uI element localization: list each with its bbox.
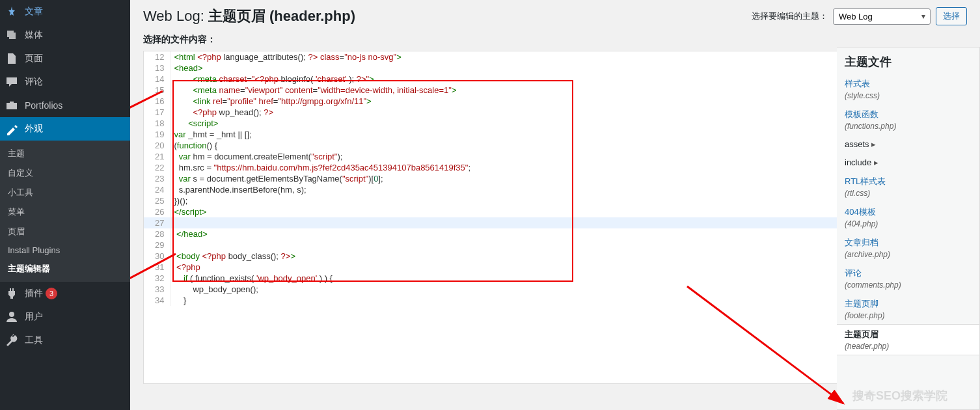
submenu-item[interactable]: Install Plugins xyxy=(0,241,130,259)
file-link[interactable]: RTL样式表 xyxy=(845,176,886,186)
file-sub: (comments.php) xyxy=(845,280,972,290)
svg-point-0 xyxy=(9,312,14,317)
file-sub: (rtl.css) xyxy=(845,189,972,198)
submenu-item[interactable]: 页眉 xyxy=(0,222,130,241)
menu-item-tool[interactable]: 工具 xyxy=(0,329,130,352)
submenu-item[interactable]: 小工具 xyxy=(0,183,130,202)
line-number: 26 xyxy=(144,206,170,217)
file-item[interactable]: 文章归档(archive.php) xyxy=(837,232,979,263)
file-link[interactable]: 模板函数 xyxy=(845,109,878,119)
plugin-icon xyxy=(5,287,18,300)
line-number: 30 xyxy=(144,251,170,262)
line-number: 25 xyxy=(144,195,170,206)
file-sub: (404.php) xyxy=(845,219,972,228)
submenu-item[interactable]: 菜单 xyxy=(0,202,130,222)
menu-label: 用户 xyxy=(25,311,43,323)
file-item[interactable]: 模板函数(functions.php) xyxy=(837,104,979,135)
media-icon xyxy=(5,29,18,42)
page-icon xyxy=(5,52,18,65)
menu-item-user[interactable]: 用户 xyxy=(0,305,130,329)
line-number: 29 xyxy=(144,239,170,251)
line-number: 12 xyxy=(144,51,170,62)
comment-icon xyxy=(5,75,18,89)
pin-icon xyxy=(5,5,18,18)
menu-item-portfolio[interactable]: Portfolios xyxy=(0,94,130,117)
line-number: 24 xyxy=(144,184,170,195)
file-sub: (style.css) xyxy=(845,91,972,100)
menu-item-appearance[interactable]: 外观 xyxy=(0,117,130,141)
file-link[interactable]: 404模板 xyxy=(845,207,876,217)
user-icon xyxy=(5,310,18,323)
menu-label: 评论 xyxy=(25,76,43,88)
select-theme-button[interactable]: 选择 xyxy=(936,7,967,25)
file-item[interactable]: 评论(comments.php) xyxy=(837,263,979,294)
tool-icon xyxy=(5,334,18,347)
menu-item-comment[interactable]: 评论 xyxy=(0,70,130,94)
menu-label: 插件 xyxy=(25,288,43,299)
submenu-item[interactable]: 主题 xyxy=(0,144,130,163)
menu-item-plugin[interactable]: 插件3 xyxy=(0,282,130,305)
submenu-item[interactable]: 主题编辑器 xyxy=(0,259,130,279)
file-item[interactable]: 主题页脚(footer.php) xyxy=(837,294,979,324)
menu-item-media[interactable]: 媒体 xyxy=(0,23,130,47)
line-number: 17 xyxy=(144,107,170,118)
line-number: 31 xyxy=(144,262,170,273)
line-number: 19 xyxy=(144,129,170,140)
line-number: 33 xyxy=(144,284,170,295)
menu-label: 外观 xyxy=(25,123,43,135)
menu-label: 媒体 xyxy=(25,29,43,41)
file-sub: (archive.php) xyxy=(845,250,972,259)
file-sub: (functions.php) xyxy=(845,122,972,131)
file-item[interactable]: 样式表(style.css) xyxy=(837,74,979,104)
line-number: 16 xyxy=(144,96,170,107)
file-link[interactable]: 主题页眉 xyxy=(845,329,878,339)
file-folder[interactable]: assets xyxy=(837,135,979,153)
menu-item-page[interactable]: 页面 xyxy=(0,47,130,70)
line-number: 22 xyxy=(144,162,170,173)
line-number: 32 xyxy=(144,273,170,284)
theme-select-label: 选择要编辑的主题： xyxy=(752,10,828,22)
file-sub: (footer.php) xyxy=(845,311,972,320)
update-badge: 3 xyxy=(46,288,57,299)
file-link[interactable]: 评论 xyxy=(845,268,862,278)
file-folder[interactable]: include xyxy=(837,153,979,171)
line-number: 13 xyxy=(144,62,170,74)
line-number: 27 xyxy=(144,217,170,228)
file-item[interactable]: 404模板(404.php) xyxy=(837,202,979,232)
line-number: 15 xyxy=(144,85,170,96)
page-title: Web Log: 主题页眉 (header.php) xyxy=(143,7,355,26)
menu-item-pin[interactable]: 文章 xyxy=(0,0,130,23)
submenu-item[interactable]: 自定义 xyxy=(0,163,130,183)
line-number: 14 xyxy=(144,74,170,85)
file-link[interactable]: 文章归档 xyxy=(845,238,878,247)
file-item[interactable]: 主题页眉(header.php) xyxy=(837,324,979,355)
line-number: 23 xyxy=(144,173,170,184)
file-item[interactable]: RTL样式表(rtl.css) xyxy=(837,171,979,202)
admin-sidebar: 文章媒体页面评论Portfolios外观 主题自定义小工具菜单页眉Install… xyxy=(0,0,130,410)
file-content-label: 选择的文件内容： xyxy=(143,34,967,46)
line-number: 34 xyxy=(144,295,170,306)
line-number: 21 xyxy=(144,151,170,162)
menu-label: 工具 xyxy=(25,335,43,346)
menu-label: 文章 xyxy=(25,6,43,18)
menu-label: 页面 xyxy=(25,53,43,64)
menu-label: Portfolios xyxy=(25,100,62,111)
portfolio-icon xyxy=(5,99,18,112)
appearance-submenu: 主题自定义小工具菜单页眉Install Plugins主题编辑器 xyxy=(0,141,130,282)
line-number: 28 xyxy=(144,228,170,239)
line-number: 18 xyxy=(144,118,170,129)
line-number: 20 xyxy=(144,140,170,151)
main-content: Web Log: 主题页眉 (header.php) 选择要编辑的主题： Web… xyxy=(130,0,980,410)
theme-select[interactable]: Web Log xyxy=(833,8,931,25)
file-link[interactable]: 主题页脚 xyxy=(845,299,878,308)
file-link[interactable]: 样式表 xyxy=(845,79,870,89)
appearance-icon xyxy=(5,122,18,135)
file-sub: (header.php) xyxy=(845,342,972,351)
theme-files-heading: 主题文件 xyxy=(837,48,979,74)
theme-files-panel: 主题文件 样式表(style.css)模板函数(functions.php)as… xyxy=(837,47,980,410)
